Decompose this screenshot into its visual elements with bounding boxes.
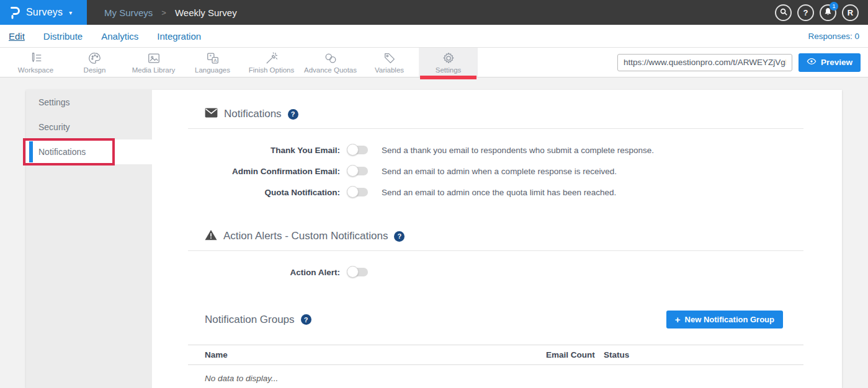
toolbar-item-label: Finish Options: [249, 66, 295, 74]
empty-table-message: No data to display...: [188, 365, 803, 383]
sidebar-item-notifications[interactable]: Notifications: [26, 139, 152, 164]
nav-tab-distribute[interactable]: Distribute: [43, 31, 83, 42]
questionpro-logo: [8, 5, 20, 20]
toolbar-item-media-library[interactable]: Media Library: [124, 48, 183, 77]
setting-row-thank-you-email: Thank You Email:Send a thank you email t…: [188, 143, 803, 157]
product-name: Surveys: [26, 7, 63, 18]
sidebar-item-security[interactable]: Security: [26, 115, 152, 139]
toolbar-item-advance-quotas[interactable]: Advance Quotas: [301, 48, 360, 77]
new-notification-group-button[interactable]: + New Notification Group: [666, 311, 783, 328]
nav-tab-analytics[interactable]: Analytics: [101, 31, 138, 42]
primary-nav: EditDistributeAnalyticsIntegration: [9, 31, 201, 42]
survey-nav-row: EditDistributeAnalyticsIntegration Respo…: [0, 25, 868, 48]
notifications-section-title: Notifications: [224, 108, 282, 120]
setting-description: Send an email to admin when a complete r…: [382, 167, 617, 176]
notification-groups-help-icon[interactable]: ?: [301, 314, 311, 325]
setting-description: Send an email to admin once the quota li…: [382, 188, 616, 197]
help-icon: ?: [803, 8, 808, 17]
settings-sidebar: SettingsSecurityNotifications: [26, 90, 152, 388]
notifications-button[interactable]: 1: [820, 4, 836, 21]
design-palette-icon: [88, 51, 102, 65]
toolbar-right: Preview: [617, 48, 868, 77]
nav-tab-edit[interactable]: Edit: [9, 31, 25, 42]
sidebar-item-label: Security: [38, 122, 70, 132]
section-divider: [188, 128, 803, 129]
notifications-section-header: Notifications ?: [188, 107, 803, 121]
nav-tab-integration[interactable]: Integration: [157, 31, 201, 42]
plus-icon: +: [675, 315, 681, 324]
svg-text:*: *: [209, 53, 212, 60]
toolbar-item-finish-options[interactable]: Finish Options: [242, 48, 301, 77]
toggle-knob: [347, 144, 359, 156]
action-alerts-section-title: Action Alerts - Custom Notifications: [223, 230, 388, 242]
notification-groups-header: Notification Groups ? + New Notification…: [188, 311, 803, 328]
section-divider: [188, 250, 803, 251]
search-icon: [779, 7, 788, 18]
breadcrumb: My Surveys > Weekly Survey: [104, 7, 237, 18]
table-header-name: Name: [205, 350, 546, 359]
survey-url-input[interactable]: [617, 54, 792, 71]
annotation-red-underline: [420, 76, 477, 79]
notifications-panel: Notifications ? Thank You Email:Send a t…: [152, 90, 842, 388]
breadcrumb-current-survey: Weekly Survey: [175, 7, 237, 18]
toolbar-item-design[interactable]: Design: [65, 48, 124, 77]
toggle-switch[interactable]: [347, 146, 368, 154]
toggle-switch[interactable]: [347, 268, 368, 276]
eye-icon: [807, 58, 817, 67]
action-alert-toggle-rows: Action Alert:: [188, 265, 803, 280]
toolbar-item-label: Design: [84, 66, 106, 74]
languages-icon: *A: [206, 51, 220, 65]
responses-count: Responses: 0: [808, 32, 859, 41]
toggle-switch[interactable]: [347, 167, 368, 175]
avatar-initial: R: [848, 8, 853, 17]
top-header: Surveys ▾ My Surveys > Weekly Survey ? 1…: [0, 0, 868, 25]
setting-label: Quota Notification:: [188, 188, 340, 197]
toggle-knob: [347, 266, 359, 278]
workspace-icon: [29, 51, 43, 65]
notification-groups-title: Notification Groups: [205, 314, 295, 326]
toolbar-item-label: Languages: [195, 66, 230, 74]
avatar[interactable]: R: [842, 4, 859, 21]
finish-options-wand-icon: [265, 51, 279, 65]
sidebar-item-settings[interactable]: Settings: [26, 90, 152, 115]
setting-label: Action Alert:: [188, 268, 340, 277]
toolbar-item-workspace[interactable]: Workspace: [6, 48, 65, 77]
settings-gear-icon: [442, 51, 455, 65]
search-button[interactable]: [775, 4, 792, 21]
variables-tag-icon: [383, 51, 396, 65]
sidebar-item-label: Notifications: [38, 147, 86, 157]
table-header-email-count: Email Count: [546, 350, 604, 359]
toolbar-item-languages[interactable]: *ALanguages: [183, 48, 242, 77]
sidebar-item-label: Settings: [38, 97, 70, 107]
preview-button-label: Preview: [821, 58, 852, 67]
toolbar-item-label: Advance Quotas: [304, 66, 357, 74]
help-button[interactable]: ?: [797, 4, 814, 21]
toolbar-item-variables[interactable]: Variables: [360, 48, 419, 77]
breadcrumb-my-surveys[interactable]: My Surveys: [104, 7, 153, 18]
action-alerts-section-header: Action Alerts - Custom Notifications ?: [188, 229, 803, 243]
notification-count-badge: 1: [830, 2, 838, 11]
toggle-knob: [347, 165, 359, 177]
setting-label: Thank You Email:: [188, 146, 340, 155]
notifications-help-icon[interactable]: ?: [288, 109, 298, 120]
toolbar-item-label: Workspace: [18, 66, 53, 74]
svg-text:A: A: [213, 58, 217, 63]
media-library-icon: [147, 51, 161, 65]
toolbar-item-settings[interactable]: Settings: [419, 48, 478, 77]
action-alerts-help-icon[interactable]: ?: [394, 231, 405, 242]
envelope-icon: [205, 108, 218, 120]
notification-groups-title-wrap: Notification Groups ?: [205, 314, 311, 326]
toolbar-item-label: Settings: [436, 66, 462, 74]
toolbar-item-label: Media Library: [132, 66, 176, 74]
toggle-switch[interactable]: [347, 188, 368, 196]
new-notification-group-label: New Notification Group: [685, 315, 774, 324]
setting-row-admin-confirmation-email: Admin Confirmation Email:Send an email t…: [188, 164, 803, 179]
edit-toolbar: WorkspaceDesignMedia Library*ALanguagesF…: [0, 48, 868, 77]
notification-toggle-rows: Thank You Email:Send a thank you email t…: [188, 143, 803, 200]
preview-button[interactable]: Preview: [799, 53, 861, 72]
groups-table-header: NameEmail CountStatus: [188, 345, 803, 365]
chevron-down-icon: ▾: [69, 9, 72, 16]
table-header-status: Status: [604, 350, 629, 359]
active-item-indicator: [29, 141, 33, 162]
product-switcher[interactable]: Surveys ▾: [0, 0, 87, 25]
